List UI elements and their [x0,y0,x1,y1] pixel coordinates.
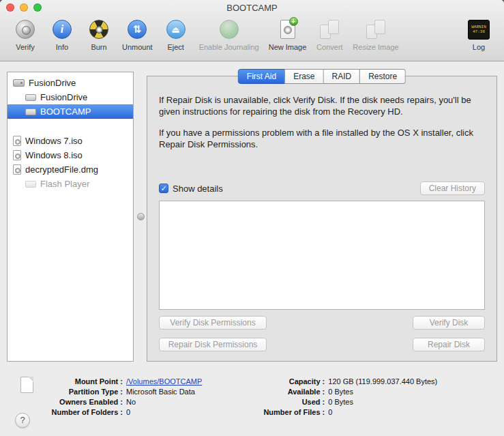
first-aid-panel: If Repair Disk is unavailable, click Ver… [147,76,496,361]
verify-disk-button: Verify Disk [413,316,485,330]
toolbar-verify-button[interactable]: Verify [12,17,39,51]
toolbar: Verify i Info Burn ⇅ Unmount ⏏ Eject Ena… [0,15,504,60]
toolbar-info-button[interactable]: i Info [48,17,76,51]
sidebar-item-label: FusionDrive [40,92,87,102]
titlebar: BOOTCAMP [0,0,504,15]
first-aid-output-area [159,201,485,310]
number-of-folders-label: Number of Folders : [40,408,123,416]
repair-buttons-row: Repair Disk Permissions Repair Disk [159,338,485,351]
available-label: Available : [244,388,325,396]
toolbar-eject-button[interactable]: ⏏ Eject [162,17,190,51]
capacity-label: Capacity : [244,377,325,386]
toolbar-info-label: Info [56,43,68,51]
toolbar-convert-label: Convert [316,43,343,51]
toolbar-verify-label: Verify [16,43,35,51]
toolbar-enable-journaling-label: Enable Journaling [199,43,259,51]
new-image-icon: + [280,20,295,39]
splitter-knob[interactable] [137,213,145,220]
toolbar-eject-label: Eject [167,43,183,51]
info-grid-left: Mount Point : /Volumes/BOOTCAMP Partitio… [40,377,202,416]
volume-icon [25,181,36,188]
info-columns: Mount Point : /Volumes/BOOTCAMP Partitio… [40,377,497,416]
toolbar-log-button[interactable]: WARNIN 47:36 Log [465,17,492,51]
eject-icon: ⏏ [166,20,186,39]
toolbar-burn-label: Burn [91,43,106,51]
sidebar-item-fusiondrive-volume[interactable]: FusionDrive [8,90,133,104]
partition-type-label: Partition Type : [40,388,123,396]
footer-info-bar: ? Mount Point : /Volumes/BOOTCAMP Partit… [0,368,504,436]
sidebar-item-fusiondrive-disk[interactable]: FusionDrive [8,76,133,90]
volume-icon [25,94,36,101]
capacity-value: 120 GB (119.999.037.440 Bytes) [328,377,437,386]
plus-badge-icon: + [289,17,298,26]
enable-journaling-icon [220,20,239,39]
sidebar-item-label: Windows 8.iso [25,150,83,160]
sidebar-item-label: decryptedFile.dmg [25,164,98,175]
repair-disk-permissions-button: Repair Disk Permissions [159,338,267,351]
disk-image-icon [13,150,21,160]
used-value: 0 Bytes [328,398,437,406]
disk-image-icon [13,164,21,175]
window-chrome: BOOTCAMP Verify i Info Burn ⇅ Unmount ⏏ … [0,0,504,61]
toolbar-new-image-label: New Image [269,43,307,51]
resize-image-icon [366,20,385,39]
help-button[interactable]: ? [15,413,30,428]
mount-point-label: Mount Point : [40,377,123,386]
info-icon: i [53,20,72,39]
toolbar-resize-image-button: Resize Image [353,17,398,51]
number-of-folders-value: 0 [126,408,202,416]
window-title: BOOTCAMP [0,3,504,13]
first-aid-paragraph-2: If you have a permissions problem with a… [159,127,485,150]
content-area: FusionDrive FusionDrive BOOTCAMP Windows… [0,61,504,368]
main-pane: First Aid Erase RAID Restore If Repair D… [147,76,497,362]
sidebar-item-label: FusionDrive [29,78,76,88]
info-grid-right: Capacity : 120 GB (119.999.037.440 Bytes… [244,377,437,416]
verify-disk-permissions-button: Verify Disk Permissions [159,316,267,330]
burn-icon [89,20,108,39]
sidebar-item-label: Flash Player [40,179,89,189]
mount-point-value[interactable]: /Volumes/BOOTCAMP [126,377,202,386]
sidebar-item-label: BOOTCAMP [40,106,91,117]
show-details-checkbox[interactable]: ✓ [159,184,168,193]
used-label: Used : [244,398,325,406]
toolbar-unmount-label: Unmount [122,43,153,51]
show-details-label: Show details [173,184,223,194]
verify-buttons-row: Verify Disk Permissions Verify Disk [159,316,485,330]
disk-utility-window: BOOTCAMP Verify i Info Burn ⇅ Unmount ⏏ … [0,0,504,436]
repair-disk-button: Repair Disk [413,338,485,351]
sidebar-item-bootcamp[interactable]: BOOTCAMP [8,104,133,119]
available-value: 0 Bytes [328,388,437,396]
partition-type-value: Microsoft Basic Data [126,388,202,396]
hard-drive-icon [13,79,25,87]
sidebar-item-windows8-iso[interactable]: Windows 8.iso [8,148,133,162]
toolbar-convert-button: Convert [316,17,343,51]
device-sidebar: FusionDrive FusionDrive BOOTCAMP Windows… [7,72,134,362]
volume-icon [25,108,36,115]
owners-enabled-label: Owners Enabled : [40,398,123,406]
number-of-files-label: Number of Files : [244,408,325,416]
convert-icon [320,20,339,39]
first-aid-paragraph-1: If Repair Disk is unavailable, click Ver… [159,94,485,117]
toolbar-burn-button[interactable]: Burn [85,17,113,51]
toolbar-new-image-button[interactable]: + New Image [269,17,307,51]
toolbar-resize-image-label: Resize Image [353,43,398,51]
verify-icon [16,20,35,39]
sidebar-item-flash-player[interactable]: Flash Player [8,177,133,191]
sidebar-item-label: Windows 7.iso [25,136,83,146]
number-of-files-value: 0 [328,408,437,416]
unmount-icon: ⇅ [128,20,147,39]
toolbar-enable-journaling-button: Enable Journaling [199,17,259,51]
document-proxy-icon [20,377,33,393]
toolbar-log-label: Log [473,43,485,51]
details-row: ✓ Show details Clear History [159,181,485,195]
disk-image-icon [13,136,21,146]
log-icon: WARNIN 47:36 [468,20,490,40]
sidebar-item-decryptedfile-dmg[interactable]: decryptedFile.dmg [8,162,133,177]
owners-enabled-value: No [126,398,202,406]
sidebar-item-windows7-iso[interactable]: Windows 7.iso [8,134,133,148]
clear-history-button: Clear History [420,181,485,195]
toolbar-unmount-button[interactable]: ⇅ Unmount [122,17,153,51]
